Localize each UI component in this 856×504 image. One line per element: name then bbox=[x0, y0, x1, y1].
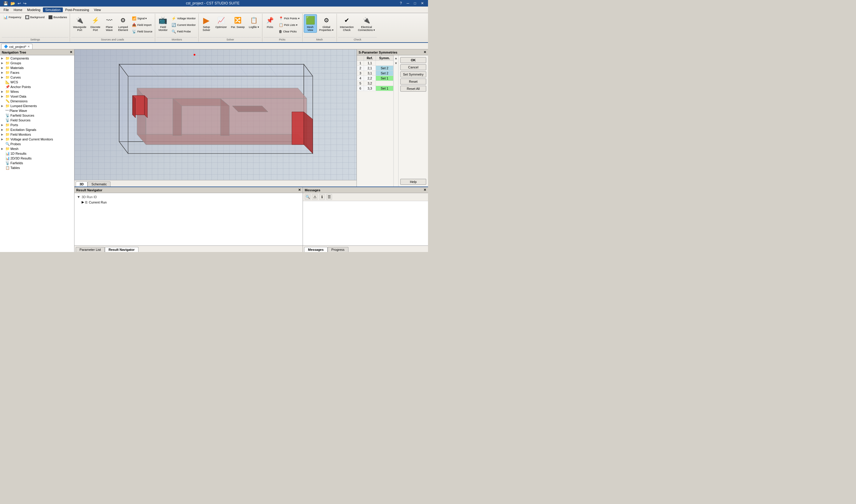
run-item-current[interactable]: ▶ 0: Current Run bbox=[76, 200, 302, 205]
plane-wave-button[interactable]: 〰 PlaneWave bbox=[103, 14, 116, 33]
tree-item-1d-results[interactable]: 📊 1D Results bbox=[0, 151, 74, 156]
doc-tab-close[interactable]: ✕ bbox=[28, 45, 30, 48]
field-monitor-button[interactable]: 📺 FieldMonitor bbox=[156, 14, 170, 33]
messages-tab-messages[interactable]: Messages bbox=[304, 247, 328, 252]
discrete-port-button[interactable]: ⚡ DiscretePort bbox=[89, 14, 102, 33]
field-import-button[interactable]: 📥 Field Import bbox=[131, 22, 154, 28]
current-monitor-button[interactable]: 🔄 Current Monitor bbox=[170, 22, 197, 28]
menu-file[interactable]: File bbox=[1, 7, 11, 12]
tree-item-field-sources[interactable]: 📡 Field Sources bbox=[0, 118, 74, 123]
nav-tree-close[interactable]: ✕ bbox=[70, 50, 72, 54]
scroll-down-button[interactable]: ▼ bbox=[394, 61, 398, 66]
messages-search-button[interactable]: 🔍 bbox=[305, 194, 311, 200]
pick-lists-button[interactable]: 📋 Pick Lists ▾ bbox=[277, 22, 301, 28]
tree-item-groups[interactable]: ▶ 📁 Groups bbox=[0, 61, 74, 66]
panel-tab-parameter-list[interactable]: Parameter List bbox=[76, 247, 105, 252]
boundaries-button[interactable]: ⬛ Boundaries bbox=[47, 14, 69, 20]
reset-all-button[interactable]: Reset All bbox=[400, 86, 426, 92]
menu-postprocessing[interactable]: Post-Processing bbox=[63, 7, 91, 12]
menu-simulation[interactable]: Simulation bbox=[43, 7, 63, 12]
tree-item-materials[interactable]: ▶ 📁 Materials bbox=[0, 66, 74, 70]
pick-points-button[interactable]: 📍 Pick Points ▾ bbox=[277, 16, 301, 21]
messages-tab-progress[interactable]: Progress bbox=[328, 247, 348, 252]
electrical-connections-button[interactable]: 🔌 ElectricalConnections ▾ bbox=[356, 14, 377, 33]
reset-button[interactable]: Reset bbox=[400, 78, 426, 85]
scroll-up-button[interactable]: ▲ bbox=[394, 56, 398, 60]
close-button[interactable]: ✕ bbox=[419, 1, 426, 5]
sparam-row-2[interactable]: 2 2,1 Set 2 bbox=[357, 66, 393, 71]
voltage-monitor-button[interactable]: ⚡ Voltage Monitor bbox=[170, 16, 197, 21]
tree-item-dimensions[interactable]: 📏 Dimensions bbox=[0, 99, 74, 104]
sparam-row-6[interactable]: 6 3,3 Set 1 bbox=[357, 86, 393, 91]
lumped-element-icon: ⚙ bbox=[118, 16, 128, 25]
save-icon[interactable]: 💾 bbox=[2, 1, 9, 6]
clear-picks-button[interactable]: 🗑 Clear Picks bbox=[277, 29, 301, 35]
tree-item-farfields[interactable]: 📡 Farfields bbox=[0, 161, 74, 165]
tree-item-farfield-sources[interactable]: 📡 Farfield Sources bbox=[0, 113, 74, 118]
sparam-row-1[interactable]: 1 1,1 bbox=[357, 61, 393, 66]
lumped-element-button[interactable]: ⚙ LumpedElement bbox=[117, 14, 130, 33]
tree-item-probes[interactable]: 🔍 Probes bbox=[0, 142, 74, 146]
frequency-button[interactable]: 📊 Frequency bbox=[2, 14, 23, 20]
help-button[interactable]: Help bbox=[400, 179, 426, 185]
mesh-view-button[interactable]: 🟩 MeshView bbox=[304, 14, 317, 33]
help-icon[interactable]: ? bbox=[398, 1, 404, 5]
tree-item-anchor-points[interactable]: 📌 Anchor Points bbox=[0, 85, 74, 89]
tree-item-ports[interactable]: ▶ 📁 Ports bbox=[0, 123, 74, 127]
messages-list-button[interactable]: ☰ bbox=[326, 194, 332, 200]
lumped-elements-icon: 📁 bbox=[5, 104, 10, 108]
tree-item-field-monitors[interactable]: ▶ 📁 Field Monitors bbox=[0, 132, 74, 137]
tree-item-voltage-current-monitors[interactable]: ▶ 📁 Voltage and Current Monitors bbox=[0, 137, 74, 142]
tree-item-2d-3d-results[interactable]: 📊 2D/3D Results bbox=[0, 156, 74, 161]
document-tab-cst-project[interactable]: 🔷 cst_project* ✕ bbox=[1, 44, 32, 49]
sparam-row-3[interactable]: 3 3,1 Set 2 bbox=[357, 71, 393, 76]
field-probe-button[interactable]: 🔍 Field Probe bbox=[170, 29, 197, 35]
menu-view[interactable]: View bbox=[91, 7, 103, 12]
tree-item-curves[interactable]: ▶ 📁 Curves bbox=[0, 75, 74, 80]
tree-item-faces[interactable]: ▶ 📁 Faces bbox=[0, 70, 74, 75]
sparam-row-4[interactable]: 4 2,2 Set 1 bbox=[357, 76, 393, 81]
minimize-button[interactable]: ─ bbox=[405, 1, 411, 5]
sparam-row-5[interactable]: 5 3,2 bbox=[357, 81, 393, 86]
tree-item-excitation-signals[interactable]: ▶ 📁 Excitation Signals bbox=[0, 127, 74, 132]
background-button[interactable]: 🔲 Background bbox=[23, 14, 46, 20]
picks-button[interactable]: 📌 Picks bbox=[263, 14, 277, 30]
tree-item-wires[interactable]: ▶ 📁 Wires bbox=[0, 89, 74, 94]
signal-button[interactable]: 📶 Signal ▾ bbox=[131, 16, 154, 21]
viewport-3d[interactable] bbox=[74, 49, 357, 180]
global-properties-icon: ⚙ bbox=[322, 16, 331, 25]
messages-info-button[interactable]: ℹ bbox=[319, 194, 325, 200]
tree-item-plane-wave[interactable]: 〰 Plane Wave bbox=[0, 108, 74, 113]
logfile-button[interactable]: 📋 Logfile ▾ bbox=[247, 14, 261, 30]
global-properties-button[interactable]: ⚙ GlobalProperties ▾ bbox=[318, 14, 336, 33]
optimizer-button[interactable]: 📈 Optimizer bbox=[213, 14, 229, 30]
sparam-close-icon[interactable]: ✕ bbox=[424, 50, 426, 54]
intersection-check-button[interactable]: ✔ IntersectionCheck bbox=[338, 14, 356, 33]
setup-solver-button[interactable]: ▶ SetupSolver bbox=[200, 14, 213, 33]
tree-item-lumped-elements[interactable]: ▶ 📁 Lumped Elements bbox=[0, 104, 74, 108]
tree-item-voxel-data[interactable]: ▶ 📁 Voxel Data bbox=[0, 94, 74, 99]
undo-icon[interactable]: ↩ bbox=[17, 1, 22, 6]
messages-close[interactable]: ✕ bbox=[424, 188, 426, 192]
open-icon[interactable]: 📂 bbox=[10, 1, 16, 6]
result-navigator-close[interactable]: ✕ bbox=[298, 188, 301, 192]
tree-item-wcs[interactable]: 📐 WCS bbox=[0, 80, 74, 85]
menu-modeling[interactable]: Modeling bbox=[25, 7, 43, 12]
restore-button[interactable]: □ bbox=[412, 1, 418, 5]
set-symmetry-button[interactable]: Set Symmetry bbox=[400, 71, 426, 77]
par-sweep-button[interactable]: 🔀 Par. Sweep bbox=[229, 14, 246, 30]
menu-home[interactable]: Home bbox=[11, 7, 25, 12]
messages-warning-button[interactable]: ⚠ bbox=[312, 194, 318, 200]
tree-item-components[interactable]: ▶ 📁 Components bbox=[0, 56, 74, 61]
cancel-button[interactable]: Cancel bbox=[400, 64, 426, 70]
field-source-button[interactable]: 📡 Field Source bbox=[131, 29, 154, 35]
tree-item-mesh[interactable]: ▶ 📁 Mesh bbox=[0, 146, 74, 151]
2d-3d-results-icon: 📊 bbox=[5, 156, 10, 160]
tree-item-tables[interactable]: 📋 Tables bbox=[0, 165, 74, 170]
ok-button[interactable]: OK bbox=[400, 57, 426, 63]
redo-icon[interactable]: ↪ bbox=[22, 1, 28, 6]
waveguide-port-button[interactable]: 🔌 WaveguidePort bbox=[71, 14, 88, 33]
viewport-tab-3d[interactable]: 3D bbox=[76, 181, 88, 186]
viewport-tab-schematic[interactable]: Schematic bbox=[88, 181, 110, 186]
panel-tab-result-navigator[interactable]: Result Navigator bbox=[105, 247, 138, 252]
